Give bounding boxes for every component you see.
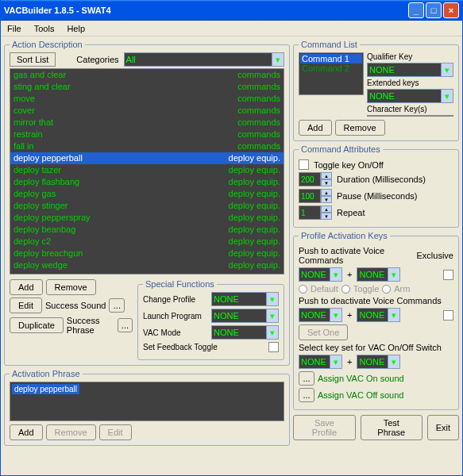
action-list-row[interactable]: deploy c2deploy equip.	[10, 236, 284, 248]
remove-phrase-button[interactable]: Remove	[46, 424, 96, 440]
menu-file[interactable]: File	[4, 22, 25, 35]
window-title: VACBuilder 1.8.5 - SWAT4	[4, 6, 111, 15]
action-list[interactable]: gas and clearcommandssting and clearcomm…	[10, 68, 284, 274]
toggle-radio[interactable]	[341, 285, 350, 294]
onoff-key2-dropdown[interactable]: NONE▾	[357, 355, 400, 369]
qualifier-key-label: Qualifier Key	[367, 52, 453, 61]
action-description-legend: Action Description	[10, 40, 85, 49]
assign-off-browse[interactable]: ...	[299, 388, 314, 402]
activation-phrase-list[interactable]: deploy pepperball	[10, 382, 284, 421]
toggle-key-checkbox[interactable]	[299, 159, 309, 170]
launch-program-dropdown[interactable]: NONE▾	[211, 309, 279, 323]
extended-keys-dropdown[interactable]: NONE▾	[367, 89, 453, 103]
default-radio[interactable]	[299, 285, 307, 294]
chevron-down-icon: ▾	[441, 90, 453, 102]
action-list-row[interactable]: movecommands	[10, 93, 284, 105]
repeat-label: Repeat	[337, 208, 365, 217]
command-attributes-legend: Command Attributes	[299, 144, 383, 154]
action-list-row[interactable]: restraincommands	[10, 129, 284, 140]
action-description-group: Action Description Sort List Categories …	[4, 40, 290, 366]
action-list-row[interactable]: sting and clearcommands	[10, 81, 284, 93]
set-feedback-checkbox[interactable]	[268, 342, 279, 352]
duplicate-action-button[interactable]: Duplicate	[10, 317, 64, 333]
action-list-row[interactable]: fall incommands	[10, 140, 284, 152]
add-phrase-button[interactable]: Add	[10, 424, 43, 440]
set-one-button[interactable]: Set One	[299, 324, 348, 340]
action-list-row[interactable]: covercommands	[10, 105, 284, 117]
success-phrase-browse[interactable]: ...	[118, 318, 133, 332]
success-sound-browse[interactable]: ...	[109, 298, 125, 313]
menu-help[interactable]: Help	[64, 22, 88, 35]
chevron-down-icon: ▾	[272, 53, 284, 66]
change-profile-dropdown[interactable]: NONE▾	[211, 292, 279, 306]
special-functions-legend: Special Functions	[143, 279, 217, 289]
menu-tools[interactable]: Tools	[31, 22, 58, 35]
deactivate-key1-dropdown[interactable]: NONE▾	[299, 308, 342, 322]
chevron-down-icon: ▾	[266, 309, 278, 322]
close-button[interactable]: ×	[443, 2, 459, 18]
action-list-row[interactable]: deploy wedgedeploy equip.	[10, 259, 284, 271]
toggle-key-label: Toggle key On/Off	[314, 160, 384, 170]
sort-list-button[interactable]: Sort List	[10, 52, 56, 67]
action-list-row[interactable]: deploy pepperspraydeploy equip.	[10, 212, 284, 224]
titlebar[interactable]: VACBuilder 1.8.5 - SWAT4 _ □ ×	[1, 0, 462, 21]
edit-phrase-button[interactable]: Edit	[99, 424, 132, 440]
minimize-button[interactable]: _	[408, 2, 424, 18]
categories-dropdown[interactable]: All ▾	[124, 52, 284, 67]
action-list-row[interactable]: deploy tazerdeploy equip.	[10, 164, 284, 176]
remove-action-button[interactable]: Remove	[46, 279, 96, 295]
menubar: File Tools Help	[1, 21, 462, 36]
edit-action-button[interactable]: Edit	[10, 298, 42, 313]
action-list-row[interactable]: deploy breachgundeploy equip.	[10, 248, 284, 259]
command-attributes-group: Command Attributes Toggle key On/Off ▲▼ …	[293, 144, 459, 228]
push-activate-label: Push to activate Voice Commands	[299, 246, 414, 265]
action-list-row[interactable]: gas and clearcommands	[10, 69, 284, 81]
repeat-spinner[interactable]: ▲▼	[299, 205, 332, 220]
remove-command-button[interactable]: Remove	[335, 120, 385, 136]
select-keyset-label: Select key set for VAC On/Off Switch	[299, 343, 442, 352]
duration-spinner[interactable]: ▲▼	[299, 172, 332, 186]
arm-radio[interactable]	[382, 285, 391, 294]
vac-mode-dropdown[interactable]: NONE▾	[211, 325, 279, 340]
command-listbox[interactable]: Command 1 Command 2	[299, 52, 364, 95]
activation-phrase-legend: Activation Phrase	[10, 369, 83, 378]
add-action-button[interactable]: Add	[10, 279, 43, 295]
maximize-button[interactable]: □	[426, 2, 442, 18]
deactivate-exclusive-checkbox[interactable]	[443, 310, 453, 321]
chevron-down-icon: ▾	[330, 268, 341, 281]
activate-key1-dropdown[interactable]: NONE▾	[299, 267, 342, 282]
activate-key2-dropdown[interactable]: NONE▾	[357, 267, 400, 282]
pause-label: Pause (Milliseconds)	[337, 191, 417, 201]
chevron-down-icon: ▾	[266, 326, 278, 339]
success-phrase-label: Success Phrase	[67, 316, 114, 335]
action-list-row[interactable]: mirror thatcommands	[10, 117, 284, 129]
character-keys-label: Character Key(s)	[367, 105, 453, 113]
chevron-down-icon: ▾	[388, 268, 399, 281]
action-list-row[interactable]: stack upcommands	[10, 271, 284, 274]
exclusive-checkbox[interactable]	[443, 270, 453, 280]
onoff-key1-dropdown[interactable]: NONE▾	[299, 355, 342, 369]
change-profile-label: Change Profile	[143, 295, 208, 304]
add-command-button[interactable]: Add	[299, 120, 332, 136]
chevron-down-icon: ▾	[388, 355, 399, 368]
command-item-1[interactable]: Command 1	[300, 54, 362, 63]
activation-phrase-item[interactable]: deploy pepperball	[12, 384, 79, 394]
action-list-row[interactable]: deploy gasdeploy equip.	[10, 188, 284, 200]
action-list-row[interactable]: deploy stingerdeploy equip.	[10, 200, 284, 212]
special-functions-group: Special Functions Change Profile NONE▾ L…	[137, 279, 284, 360]
character-keys-input[interactable]	[367, 115, 453, 117]
qualifier-key-dropdown[interactable]: NONE▾	[367, 63, 453, 77]
test-phrase-button[interactable]: Test Phrase	[361, 415, 422, 440]
assign-on-label: Assign VAC On sound	[318, 374, 404, 383]
action-list-row[interactable]: deploy beanbagdeploy equip.	[10, 224, 284, 236]
exit-button[interactable]: Exit	[427, 415, 459, 440]
extended-keys-label: Extended keys	[367, 79, 453, 87]
push-deactivate-label: Push to deactivate Voice Commands	[299, 296, 442, 305]
command-item-2[interactable]: Command 2	[300, 63, 362, 73]
action-list-row[interactable]: deploy flashbangdeploy equip.	[10, 176, 284, 188]
save-profile-button[interactable]: Save Profile	[293, 415, 356, 440]
pause-spinner[interactable]: ▲▼	[299, 189, 332, 203]
action-list-row[interactable]: deploy pepperballdeploy equip.	[10, 152, 284, 164]
deactivate-key2-dropdown[interactable]: NONE▾	[357, 308, 400, 322]
assign-on-browse[interactable]: ...	[299, 371, 314, 386]
